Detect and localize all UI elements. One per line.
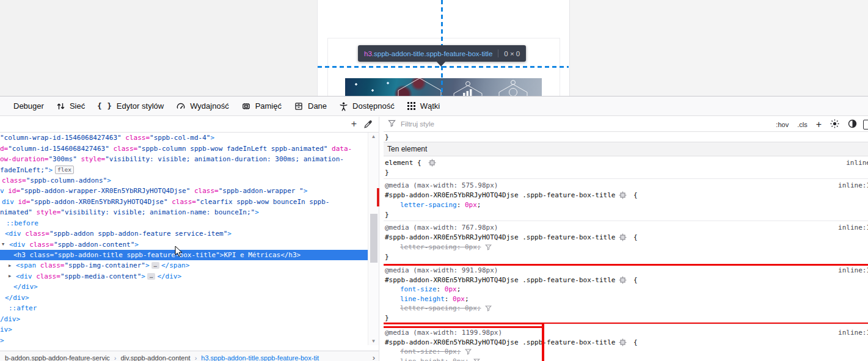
css-declaration[interactable]: line-height: 0px; <box>383 294 868 304</box>
markup-row[interactable]: <div class="sppb-addon sppb-addon-featur… <box>0 228 368 239</box>
markup-row[interactable]: ▶<span class="sppb-img-container">…</spa… <box>0 260 368 271</box>
filter-styles-input[interactable] <box>399 120 585 128</box>
markup-row[interactable]: ::after <box>0 303 368 313</box>
attribute-value: "sppb-col-md-4" <box>150 134 210 142</box>
rules-list: element { inline}@media (max-width: 575.… <box>383 156 868 361</box>
selector-highlighter-icon[interactable] <box>619 338 627 346</box>
tag-text: v <box>0 187 8 195</box>
markup-row[interactable]: d="column-id-1546068427463" class="sppb-… <box>0 143 368 153</box>
rule-selector-line[interactable]: #sppb-addon-XR0En5YbRRJyHOTQ4Djse .sppb-… <box>383 275 868 285</box>
overridden-filter-funnel-icon[interactable] <box>465 348 472 355</box>
add-rule-button[interactable]: + <box>816 119 822 130</box>
class-panel-button[interactable]: .cls <box>797 121 808 128</box>
hexagon-shape <box>499 84 527 96</box>
tag-text: iv> <box>0 326 12 334</box>
markup-row[interactable]: /div> <box>0 313 368 324</box>
tag-text: </h3> <box>280 251 301 259</box>
rule-selector-line[interactable]: #sppb-addon-XR0En5YbRRJyHOTQ4Djse .sppb-… <box>383 232 868 242</box>
clipped-toolbar-icon[interactable] <box>863 120 868 129</box>
gauge-icon <box>176 101 186 111</box>
tab-storage[interactable]: Dane <box>288 97 333 115</box>
tag-text: ::before <box>6 219 38 227</box>
rule-selector-line[interactable]: #sppb-addon-XR0En5YbRRJyHOTQ4Djse .sppb-… <box>383 338 544 348</box>
property-value: 0px <box>453 357 465 361</box>
breadcrumb-item-active[interactable]: h3.sppb-addon-title.sppb-feature-box-tit <box>201 354 319 361</box>
tab-performance[interactable]: Wydajność <box>170 97 235 115</box>
selector-highlighter-icon[interactable] <box>428 159 436 167</box>
rule-selector-line[interactable]: #sppb-addon-XR0En5YbRRJyHOTQ4Djse .sppb-… <box>383 190 868 200</box>
breadcrumb-overflow-chevron-icon[interactable]: › <box>373 353 375 361</box>
markup-row[interactable]: fadeInLeft;">flex <box>0 164 368 175</box>
rule-selector: #sppb-addon-XR0En5YbRRJyHOTQ4Djse .sppb-… <box>385 338 616 346</box>
tab-network[interactable]: Sieć <box>50 97 91 115</box>
eyedropper-icon[interactable] <box>363 119 373 131</box>
tag-text <box>168 198 172 206</box>
tab-threads[interactable]: Wątki <box>401 97 447 115</box>
markup-scrollbar[interactable]: ▲ ▼ <box>368 133 379 345</box>
selector-highlighter-icon[interactable] <box>619 233 627 241</box>
panel-splitter[interactable] <box>379 117 384 361</box>
rule-selector-line[interactable]: element { inline <box>383 158 868 167</box>
breadcrumb-item[interactable]: b-addon.sppb-addon-feature-servic <box>5 354 110 361</box>
code-segment: } <box>385 253 389 261</box>
closed-expander-icon[interactable]: ▶ <box>9 263 16 268</box>
stylesheet-source-link[interactable]: inline:1 <box>838 181 868 189</box>
css-declaration[interactable]: letter-spacing: 0px; <box>383 304 868 313</box>
property-name: letter-spacing <box>400 304 457 312</box>
tab-accessibility[interactable]: Dostępność <box>333 97 401 115</box>
markup-row[interactable]: class="sppb-column-addons"> <box>0 175 368 186</box>
scrollbar-highlight-marker <box>377 188 379 206</box>
breadcrumb-item[interactable]: div.sppb-addon-content <box>121 354 191 361</box>
rule-atrule-line: @media (max-width: 1199.98px)inline:1 <box>383 328 544 338</box>
add-node-button[interactable]: + <box>351 119 357 129</box>
css-declaration[interactable]: line-height: 0px; <box>383 357 544 361</box>
overridden-filter-funnel-icon[interactable] <box>473 358 480 361</box>
markup-row[interactable]: </div> <box>0 293 368 303</box>
stylesheet-source-link[interactable]: inline:1 <box>838 224 868 232</box>
at-icon <box>509 89 517 97</box>
markup-row[interactable]: v id="sppb-addon-wrapper-XR0En5YbRRJyHOT… <box>0 186 368 196</box>
css-declaration[interactable]: letter-spacing: 0px; <box>383 242 868 252</box>
pseudo-class-button[interactable]: :hov <box>776 121 789 128</box>
markup-row[interactable]: </div> <box>0 282 368 292</box>
stylesheet-source-link[interactable]: inline:1 <box>838 329 868 337</box>
overridden-filter-funnel-icon[interactable] <box>485 244 492 250</box>
attribute-value: "sppb-addon-content" <box>54 241 134 249</box>
dark-scheme-contrast-icon[interactable] <box>848 119 857 129</box>
css-declaration[interactable]: font-size: 0px; <box>383 285 868 294</box>
markup-row[interactable]: iv> <box>0 324 368 335</box>
storage-icon <box>294 101 304 111</box>
scrollbar-thumb[interactable] <box>370 214 377 263</box>
tab-memory[interactable]: Pamięć <box>235 97 288 115</box>
selector-highlighter-icon[interactable] <box>619 191 627 199</box>
attribute-name: style= <box>81 155 105 163</box>
tab-debugger[interactable]: Debuger <box>7 97 50 115</box>
braces-icon: { } <box>97 102 112 111</box>
markup-row-selected[interactable]: <h3 class="sppb-addon-title sppb-feature… <box>0 250 368 260</box>
markup-row[interactable]: > <box>0 335 368 345</box>
closed-expander-icon[interactable]: ▶ <box>9 274 16 279</box>
markup-row[interactable]: ow-duration="300ms" style="visibility: v… <box>0 154 368 164</box>
css-declaration[interactable]: letter-spacing: 0px; <box>383 200 868 210</box>
markup-row[interactable]: ::before <box>0 218 368 228</box>
markup-row[interactable]: "column-wrap-id-1546068427463" class="sp… <box>0 133 368 143</box>
scroll-up-icon[interactable]: ▲ <box>368 134 379 139</box>
code-segment: { <box>630 338 638 346</box>
scroll-down-icon[interactable]: ▼ <box>368 338 379 344</box>
tab-memory-label: Pamięć <box>255 101 282 111</box>
node-infobar-tooltip: h3.sppb-addon-title.sppb-feature-box-tit… <box>358 45 526 62</box>
css-declaration[interactable]: font-size: 0px; <box>383 347 544 357</box>
markup-row[interactable]: ▼<div class="sppb-addon-content"> <box>0 239 368 249</box>
markup-row[interactable]: ▶<div class="sppb-media-content">…</div> <box>0 271 368 282</box>
open-expander-icon[interactable]: ▼ <box>2 242 9 247</box>
overridden-filter-funnel-icon[interactable] <box>485 305 492 312</box>
tag-text: > <box>220 251 224 259</box>
stylesheet-source-link[interactable]: inline <box>846 159 868 167</box>
code-segment: : <box>437 285 445 293</box>
selector-highlighter-icon[interactable] <box>619 276 627 284</box>
markup-row[interactable]: nimated" style="visibility: visible; ani… <box>0 207 368 217</box>
tab-style-editor[interactable]: { } Edytor stylów <box>91 97 170 115</box>
markup-row[interactable]: div id="sppb-addon-XR0En5YbRRJyHOTQ4Djse… <box>0 197 368 207</box>
stylesheet-source-link[interactable]: inline:1 <box>838 266 868 274</box>
light-theme-sun-icon[interactable] <box>830 119 839 129</box>
